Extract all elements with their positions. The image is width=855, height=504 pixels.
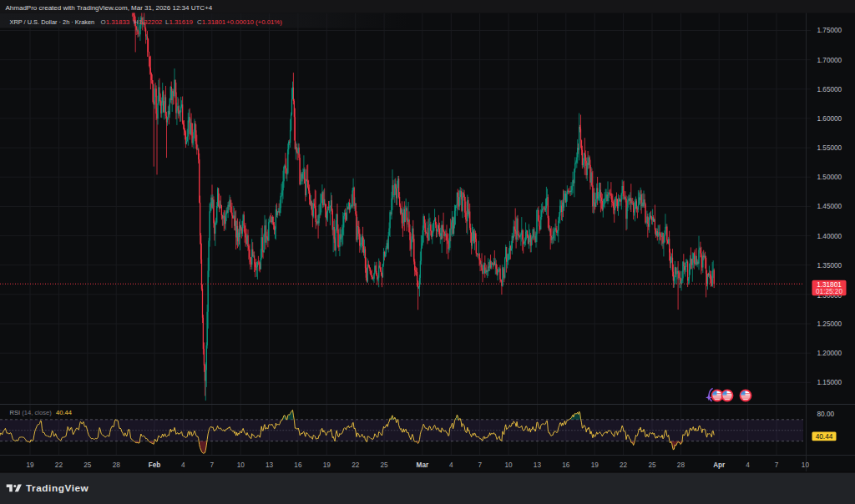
svg-text:10: 10 [505, 461, 514, 469]
svg-text:TradingView: TradingView [26, 482, 89, 494]
svg-text:O1.31833: O1.31833 [101, 18, 130, 26]
svg-text:7: 7 [210, 461, 215, 469]
svg-text:19: 19 [26, 461, 34, 469]
svg-text:19: 19 [591, 461, 600, 469]
svg-text:4: 4 [746, 461, 750, 469]
svg-text:4: 4 [449, 461, 453, 469]
svg-text:Apr: Apr [713, 461, 726, 469]
svg-text:19: 19 [323, 461, 331, 469]
svg-text:H1.32202: H1.32202 [134, 18, 162, 26]
svg-text:1.25000: 1.25000 [817, 320, 842, 328]
svg-text:C1.31801: C1.31801 [197, 18, 225, 26]
svg-text:01:25:20: 01:25:20 [816, 288, 842, 295]
svg-text:1.55000: 1.55000 [817, 144, 842, 152]
svg-text:4: 4 [181, 461, 185, 469]
svg-text:1.40000: 1.40000 [817, 233, 842, 240]
svg-text:RSI (14, close) 40.44: RSI (14, close) 40.44 [10, 409, 73, 416]
svg-text:13: 13 [534, 461, 542, 469]
svg-text:25: 25 [83, 461, 92, 469]
svg-text:1.50000: 1.50000 [817, 174, 842, 181]
svg-text:25: 25 [648, 461, 656, 469]
svg-text:1.35000: 1.35000 [817, 262, 842, 270]
svg-text:1.20000: 1.20000 [817, 350, 842, 357]
svg-text:AhmadPro created with TradingV: AhmadPro created with TradingView.com, M… [6, 4, 213, 12]
svg-text:L1.31619: L1.31619 [165, 18, 194, 26]
svg-text:1.75000: 1.75000 [817, 27, 842, 34]
svg-text:7: 7 [478, 461, 482, 469]
svg-text:1.70000: 1.70000 [817, 57, 842, 64]
svg-text:+0.00010 (+0.01%): +0.00010 (+0.01%) [226, 18, 282, 26]
svg-text:10: 10 [237, 461, 245, 469]
svg-text:22: 22 [55, 461, 63, 469]
svg-text:16: 16 [562, 461, 570, 469]
svg-text:28: 28 [677, 461, 686, 469]
svg-text:40.44: 40.44 [816, 433, 833, 441]
svg-text:1.45000: 1.45000 [817, 203, 842, 210]
svg-text:1.15000: 1.15000 [817, 379, 842, 386]
svg-text:10: 10 [802, 461, 810, 469]
svg-text:1.65000: 1.65000 [817, 86, 842, 93]
svg-text:22: 22 [620, 461, 628, 469]
svg-text:16: 16 [294, 461, 302, 469]
svg-text:Feb: Feb [149, 461, 161, 469]
svg-text:1.60000: 1.60000 [817, 115, 842, 123]
svg-text:28: 28 [113, 461, 121, 469]
svg-text:25: 25 [381, 461, 389, 469]
svg-text:XRP / U.S. Dollar · 2h · Krake: XRP / U.S. Dollar · 2h · Kraken [10, 18, 95, 26]
svg-text:7: 7 [775, 461, 779, 469]
svg-text:80.00: 80.00 [817, 411, 835, 418]
svg-text:22: 22 [352, 461, 360, 469]
svg-text:13: 13 [266, 461, 274, 469]
svg-text:Mar: Mar [417, 461, 429, 469]
